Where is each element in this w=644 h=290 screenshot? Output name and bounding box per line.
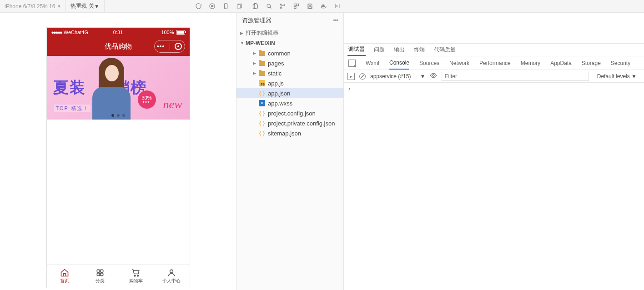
subtab-storage[interactable]: Storage [582, 56, 601, 70]
tab-code-quality[interactable]: 代码质量 [433, 44, 457, 56]
banner-new-text: new [163, 98, 182, 111]
battery-icon [176, 30, 185, 35]
hot-reload-selector[interactable]: 热重载 关 ▼ [66, 0, 104, 12]
chevron-down-icon: ▼ [57, 4, 61, 9]
tab-category[interactable]: 分类 [82, 265, 118, 288]
log-levels-selector[interactable]: Default levels ▼ [594, 73, 640, 80]
folder-icon [258, 50, 266, 57]
banner-model-image [85, 56, 135, 120]
file-tree: ▶common▶pages▶staticJSapp.js{ }app.json≡… [236, 48, 343, 290]
save-icon[interactable] [303, 0, 317, 13]
play-icon[interactable]: ▸ [347, 73, 355, 80]
signal-dots-icon: ●●●●● [51, 30, 62, 35]
battery-label: 100% [161, 30, 174, 35]
tab-bar: 首页 分类 购物车 个人中心 [47, 264, 190, 288]
svg-rect-16 [322, 6, 323, 7]
json-file-icon: { } [258, 120, 266, 127]
extensions-icon[interactable] [289, 0, 303, 13]
app-nav-bar: 优品购物 ••• [47, 37, 190, 56]
project-root[interactable]: ▼ MP-WEIXIN [236, 38, 343, 48]
subtab-appdata[interactable]: AppData [550, 56, 572, 70]
svg-point-1 [211, 5, 213, 7]
file-tree-item[interactable]: ▶common [236, 48, 343, 58]
subtab-network[interactable]: Network [449, 56, 469, 70]
branch-icon[interactable] [276, 0, 289, 13]
console-prompt-icon: › [348, 85, 350, 92]
file-label: sitemap.json [268, 130, 301, 137]
tab-output[interactable]: 输出 [393, 44, 406, 56]
explorer-title: 资源管理器 [242, 16, 272, 25]
subtab-wxml[interactable]: Wxml [366, 56, 379, 70]
file-tree-item[interactable]: { }project.config.json [236, 108, 343, 118]
clear-console-icon[interactable] [359, 73, 366, 80]
subtab-memory[interactable]: Memory [521, 56, 540, 70]
file-tree-item[interactable]: { }project.private.config.json [236, 118, 343, 128]
open-editors-section[interactable]: ▶ 打开的编辑器 [236, 28, 343, 38]
subtab-security[interactable]: Security [611, 56, 630, 70]
device-label: iPhone 6/7/8 25% 16 [5, 3, 55, 10]
file-label: static [268, 70, 282, 77]
pager-dot[interactable] [111, 114, 114, 117]
files-icon[interactable] [248, 0, 262, 13]
chevron-down-icon: ▼ [420, 73, 425, 80]
file-tree-item[interactable]: JSapp.js [236, 78, 343, 88]
windows-icon[interactable] [232, 0, 246, 13]
chevron-down-icon: ▼ [94, 3, 100, 10]
explorer-header: 资源管理器 ••• [236, 13, 343, 28]
device-icon[interactable] [219, 0, 232, 13]
tab-profile[interactable]: 个人中心 [154, 265, 190, 288]
svg-rect-22 [101, 270, 103, 272]
chevron-down-icon: ▼ [240, 41, 246, 45]
tab-label: 个人中心 [162, 278, 181, 284]
more-icon[interactable]: ••• [333, 17, 338, 24]
chevron-right-icon: ▶ [253, 51, 258, 55]
search-icon[interactable] [262, 0, 276, 13]
pager-dot[interactable] [117, 114, 120, 117]
file-tree-item[interactable]: ▶pages [236, 58, 343, 68]
subtab-console[interactable]: Console [389, 56, 409, 70]
svg-point-28 [433, 75, 434, 76]
svg-point-5 [267, 4, 271, 8]
subtab-sources[interactable]: Sources [419, 56, 439, 70]
svg-rect-4 [237, 5, 241, 8]
svg-point-8 [280, 7, 282, 9]
capsule-button[interactable]: ••• [154, 40, 185, 53]
svg-rect-23 [97, 273, 100, 276]
file-label: app.js [268, 80, 284, 87]
context-selector[interactable]: appservice (#15)▼ [370, 73, 425, 80]
console-filter-input[interactable] [442, 72, 589, 81]
editor-devtools-pane: 调试器 问题 输出 终端 代码质量 Wxml Console Sources N… [344, 13, 644, 290]
collapse-icon[interactable] [330, 0, 344, 13]
file-tree-item[interactable]: { }sitemap.json [236, 128, 343, 138]
eye-icon[interactable] [430, 72, 437, 80]
home-icon [60, 268, 69, 277]
file-tree-item[interactable]: { }app.json [236, 88, 343, 98]
json-file-icon: { } [258, 130, 266, 137]
inspect-icon[interactable] [348, 60, 356, 67]
file-tree-item[interactable]: ▶static [236, 68, 343, 78]
phone-status-bar: ●●●●●WeChat4G 0:31 100% [47, 28, 190, 37]
tab-debugger[interactable]: 调试器 [347, 44, 366, 56]
device-selector[interactable]: iPhone 6/7/8 25% 16 ▼ [0, 0, 66, 12]
wxss-file-icon: ≡ [258, 100, 266, 107]
file-tree-item[interactable]: ≡app.wxss [236, 98, 343, 108]
top-toolbar: iPhone 6/7/8 25% 16 ▼ 热重载 关 ▼ [0, 0, 644, 13]
svg-rect-24 [101, 273, 103, 276]
pager-dot[interactable] [122, 114, 125, 117]
svg-rect-21 [97, 270, 100, 272]
refresh-icon[interactable] [191, 0, 205, 13]
subtab-performance[interactable]: Performance [479, 56, 511, 70]
console-body[interactable]: › [344, 83, 644, 290]
tab-problems[interactable]: 问题 [373, 44, 386, 56]
menu-dots-icon[interactable]: ••• [157, 43, 165, 50]
svg-rect-12 [294, 6, 296, 8]
tab-terminal[interactable]: 终端 [413, 44, 426, 56]
chevron-right-icon: ▶ [253, 71, 258, 75]
tab-home[interactable]: 首页 [47, 265, 83, 288]
close-target-icon[interactable] [175, 43, 182, 50]
banner[interactable]: 夏装 热销榜 TOP 精选！ 30% OFF new [47, 56, 190, 120]
record-icon[interactable] [205, 0, 219, 13]
tab-cart[interactable]: 购物车 [118, 265, 154, 288]
docker-icon[interactable] [317, 0, 330, 13]
app-title: 优品购物 [105, 42, 132, 51]
